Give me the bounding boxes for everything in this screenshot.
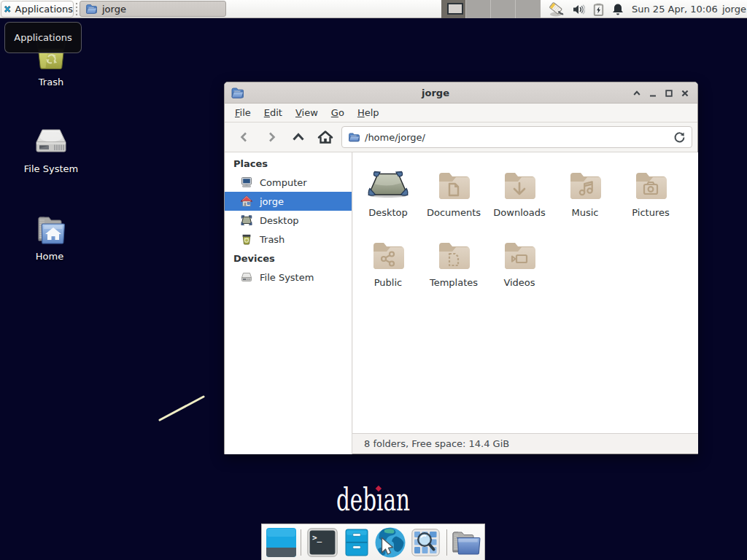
reload-icon[interactable] — [673, 131, 686, 144]
system-tray — [547, 0, 624, 18]
sidebar-devices-header: Devices — [225, 249, 352, 268]
sidebar-item-label: Computer — [260, 177, 307, 188]
path-text[interactable]: /home/jorge/ — [365, 132, 673, 143]
dock-app-finder[interactable] — [411, 529, 440, 559]
terminal-icon: >_ — [307, 528, 338, 557]
dock-file-cabinet[interactable] — [344, 529, 369, 559]
dock-separator — [446, 529, 447, 556]
file-item-label: Templates — [430, 277, 478, 288]
window-controls — [629, 82, 693, 104]
file-item-pictures[interactable]: Pictures — [619, 166, 682, 218]
public-folder-icon — [371, 236, 406, 271]
sidebar-places-header: Places — [225, 154, 352, 173]
file-item-music[interactable]: Music — [554, 166, 616, 218]
maximize-button[interactable] — [661, 85, 677, 101]
show-desktop-icon — [266, 527, 297, 558]
file-item-label: Public — [374, 277, 402, 288]
menu-edit[interactable]: Edit — [258, 104, 289, 121]
file-item-public[interactable]: Public — [357, 236, 419, 288]
file-item-documents[interactable]: Documents — [422, 166, 485, 218]
top-panel: Applications jorge — [0, 0, 747, 18]
taskbar-window-label: jorge — [102, 4, 126, 15]
sidebar-item-label: Desktop — [260, 215, 299, 226]
harddrive-small-icon — [241, 271, 252, 283]
workspace-pager[interactable] — [441, 0, 541, 18]
taskbar-window-button[interactable]: jorge — [80, 1, 226, 17]
panel-clock[interactable]: Sun 25 Apr, 10:06 — [632, 0, 718, 18]
desktop-icon-home[interactable]: Home — [9, 216, 90, 262]
workspace-4[interactable] — [516, 0, 541, 18]
menu-view[interactable]: View — [289, 104, 325, 121]
forward-button[interactable] — [262, 127, 281, 147]
statusbar: 8 folders, Free space: 14.4 GiB — [352, 433, 698, 454]
applications-menu-label: Applications — [15, 4, 73, 15]
sidebar-item-filesystem[interactable]: File System — [225, 268, 352, 287]
sidebar-item-jorge[interactable]: jorge — [225, 192, 352, 211]
menubar: File Edit View Go Help — [225, 104, 697, 122]
path-bar[interactable]: /home/jorge/ — [341, 126, 692, 148]
desktop-icon-label: Home — [36, 251, 63, 262]
sidebar-item-computer[interactable]: Computer — [225, 173, 352, 192]
file-item-desktop[interactable]: Desktop — [357, 166, 419, 218]
up-button[interactable] — [289, 127, 308, 147]
music-folder-icon — [568, 166, 603, 201]
sidebar-item-trash[interactable]: Trash — [225, 230, 352, 249]
desktop-folder-icon — [367, 166, 409, 201]
file-item-videos[interactable]: Videos — [488, 236, 551, 288]
file-manager-window: jorge File Edit View Go Help — [224, 82, 698, 454]
network-icon[interactable] — [549, 1, 565, 18]
templates-folder-icon — [436, 236, 471, 271]
dock-web-browser[interactable] — [374, 526, 407, 560]
sidebar-item-desktop[interactable]: Desktop — [225, 211, 352, 230]
shade-button[interactable] — [629, 85, 645, 101]
panel-handle[interactable] — [75, 3, 78, 15]
file-item-label: Videos — [503, 277, 535, 288]
workspace-window-thumb — [447, 3, 463, 15]
home-button[interactable] — [316, 127, 335, 147]
dock-file-manager[interactable] — [451, 530, 481, 558]
file-item-downloads[interactable]: Downloads — [488, 166, 551, 218]
file-item-label: Downloads — [493, 207, 545, 218]
file-item-label: Pictures — [632, 207, 669, 218]
menu-file[interactable]: File — [228, 104, 258, 121]
statusbar-text: 8 folders, Free space: 14.4 GiB — [364, 438, 509, 449]
taskbar-folder-icon — [85, 3, 97, 15]
home-folder-icon — [33, 216, 66, 246]
sidebar-item-label: File System — [260, 272, 314, 283]
harddrive-icon — [35, 127, 67, 159]
sidebar-bottom — [225, 433, 352, 454]
notifications-icon[interactable] — [612, 3, 624, 15]
file-item-label: Desktop — [368, 207, 408, 218]
dock-show-desktop[interactable] — [266, 527, 297, 560]
videos-folder-icon — [502, 236, 537, 271]
window-titlebar[interactable]: jorge — [225, 82, 697, 104]
workspace-1[interactable] — [441, 0, 466, 18]
panel-user-label[interactable]: jorge — [722, 0, 746, 18]
home-icon — [241, 195, 252, 207]
dock-terminal[interactable]: >_ — [307, 528, 338, 559]
wallpaper-line-artifact — [156, 392, 209, 424]
workspace-3[interactable] — [491, 0, 516, 18]
desktop-icon-label: Trash — [39, 77, 63, 88]
window-folder-icon — [231, 86, 244, 99]
volume-icon[interactable] — [573, 4, 585, 15]
desktop-screen: Applications jorge — [0, 0, 747, 560]
web-browser-globe-icon — [374, 526, 407, 559]
desktop-icon-filesystem[interactable]: File System — [11, 127, 91, 174]
minimize-button[interactable] — [645, 85, 661, 101]
file-cabinet-icon — [344, 529, 369, 556]
file-item-label: Documents — [427, 207, 481, 218]
back-button[interactable] — [235, 127, 254, 147]
documents-folder-icon — [436, 166, 471, 201]
file-item-templates[interactable]: Templates — [422, 236, 485, 288]
battery-icon[interactable] — [593, 3, 604, 16]
file-view[interactable]: Desktop Documents Downloads — [353, 152, 698, 435]
close-button[interactable] — [677, 85, 693, 101]
applications-tooltip: Applications — [4, 22, 82, 53]
applications-menu-button[interactable]: Applications — [1, 1, 74, 18]
terminal-prompt-glyph: >_ — [312, 533, 322, 542]
menu-go[interactable]: Go — [325, 104, 351, 121]
bottom-dock: >_ — [261, 524, 485, 560]
workspace-2[interactable] — [466, 0, 491, 18]
menu-help[interactable]: Help — [351, 104, 386, 121]
